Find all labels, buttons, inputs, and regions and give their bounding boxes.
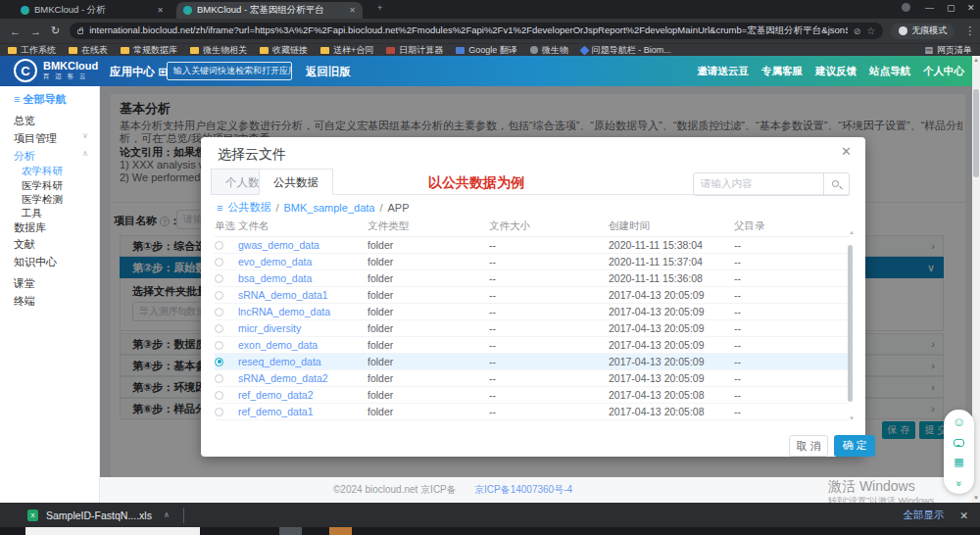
window-minimize-icon[interactable]: — <box>925 3 934 13</box>
table-row[interactable]: sRNA_demo_data1folder--2017-04-13 20:05:… <box>215 287 850 304</box>
bookmark-item[interactable]: 微生物相关 <box>190 44 247 57</box>
personal-center-link[interactable]: 个人中心 <box>923 65 964 78</box>
url-text[interactable]: international.biocloud.net/zh/iframe?url… <box>89 24 847 37</box>
radio-button[interactable] <box>215 408 223 416</box>
confirm-button[interactable]: 确 定 <box>834 435 875 457</box>
app-center-nav[interactable]: 应用中心 ⊞ <box>110 65 168 79</box>
collapse-double-chevron-icon[interactable]: » <box>954 481 964 487</box>
tab-public-data[interactable]: 公共数据 <box>259 169 333 195</box>
forward-icon[interactable]: → <box>30 25 41 37</box>
bookmark-item[interactable]: 收藏链接 <box>260 44 308 57</box>
download-filename[interactable]: SampleID-FastqN....xls <box>46 510 152 521</box>
header-search-input[interactable]: 输入关键词快速检索和打开应用 <box>167 62 292 80</box>
tab-close-icon[interactable]: ✕ <box>157 6 164 15</box>
radio-button[interactable] <box>215 258 223 267</box>
breadcrumb-bmk-sample-data[interactable]: BMK_sample_data <box>283 202 374 214</box>
bookmark-item[interactable]: Google 翻译 <box>456 44 517 57</box>
taskbar-app-button[interactable] <box>329 527 352 535</box>
file-name-link[interactable]: sRNA_demo_data2 <box>238 372 368 384</box>
scrollbar-thumb[interactable] <box>973 89 979 177</box>
radio-button[interactable] <box>215 324 223 333</box>
profile-icon[interactable] <box>902 3 910 12</box>
sidebar-item-knowledge[interactable]: 知识中心 <box>14 255 57 269</box>
table-row[interactable]: gwas_demo_datafolder--2020-11-11 15:38:0… <box>215 237 850 254</box>
file-name-link[interactable]: ref_demo_data1 <box>238 406 368 417</box>
radio-button[interactable] <box>215 341 223 350</box>
radio-button[interactable] <box>215 291 223 300</box>
bookmark-item[interactable]: 工作系统 <box>8 44 56 57</box>
file-name-link[interactable]: exon_demo_data <box>238 339 368 351</box>
old-version-button[interactable]: 返回旧版 <box>306 65 351 79</box>
chat-icon[interactable] <box>954 439 964 447</box>
table-row[interactable]: lncRNA_demo_datafolder--2017-04-13 20:05… <box>215 304 850 320</box>
file-name-link[interactable]: micr_diversity <box>238 322 368 334</box>
bookmark-star-icon[interactable]: ☆ <box>866 25 875 36</box>
reload-icon[interactable]: ↻ <box>51 24 60 37</box>
scrollbar-thumb[interactable] <box>848 245 853 402</box>
bookmark-item[interactable]: 问题导航栏 - Biom... <box>581 44 671 57</box>
table-scrollbar[interactable]: ▲ ▼ <box>848 237 854 423</box>
table-row[interactable]: bsa_demo_datafolder--2020-11-11 15:36:08… <box>215 270 850 287</box>
radio-button[interactable] <box>215 308 223 316</box>
reading-list-button[interactable]: ▤网页清单 <box>924 44 972 57</box>
file-name-link[interactable]: ref_demo_data2 <box>238 389 368 401</box>
download-bar-close-icon[interactable]: ✕ <box>959 510 968 521</box>
sidebar-item-med-research[interactable]: 医学科研 <box>22 179 63 193</box>
sidebar-item-overview[interactable]: 总览 <box>14 114 35 128</box>
table-row[interactable]: evo_demo_datafolder--2020-11-11 15:37:04… <box>215 254 850 270</box>
download-caret-icon[interactable]: ∧ <box>164 511 170 519</box>
sidebar-item-analysis[interactable]: 分析 <box>14 149 35 164</box>
qr-code-icon[interactable]: ▦ <box>954 456 963 468</box>
sidebar-item-tools[interactable]: 工具 <box>22 207 42 220</box>
file-name-link[interactable]: sRNA_demo_data1 <box>238 289 368 301</box>
service-smiley-icon[interactable]: ☺ <box>953 414 965 429</box>
window-close-icon[interactable]: ✕ <box>967 3 975 13</box>
radio-button[interactable] <box>215 374 223 383</box>
bookmark-item[interactable]: 日期计算器 <box>386 44 443 57</box>
table-row[interactable]: micr_diversityfolder--2017-04-13 20:05:0… <box>215 320 850 337</box>
radio-button[interactable] <box>215 274 223 283</box>
bookmark-item[interactable]: 送样+合同 <box>320 44 373 57</box>
file-name-link[interactable]: reseq_demo_data <box>238 356 368 367</box>
table-row[interactable]: exon_demo_datafolder--2017-04-13 20:05:0… <box>215 337 850 354</box>
sidebar-item-project-mgmt[interactable]: 项目管理 <box>14 131 57 146</box>
sidebar-item-classroom[interactable]: 课堂 <box>14 276 35 291</box>
table-row-selected[interactable]: reseq_demo_datafolder--2017-04-13 20:05:… <box>215 354 850 370</box>
sidebar-item-database[interactable]: 数据库 <box>14 220 46 235</box>
taskbar-app-button[interactable] <box>279 527 302 535</box>
back-icon[interactable]: ← <box>10 25 21 37</box>
icp-link[interactable]: 京ICP备14007360号-4 <box>474 483 572 497</box>
scroll-up-icon[interactable]: ▲ <box>848 229 856 235</box>
taskbar-window-preview[interactable] <box>25 527 200 535</box>
feedback-link[interactable]: 建议反馈 <box>815 65 857 78</box>
search-button[interactable] <box>823 173 849 195</box>
breadcrumb-public-data[interactable]: 公共数据 <box>227 200 270 215</box>
sidebar-item-agri-research[interactable]: 农学科研 <box>22 165 63 178</box>
support-link[interactable]: 专属客服 <box>761 65 803 78</box>
show-all-downloads-button[interactable]: 全部显示 <box>903 509 944 522</box>
tab-close-icon[interactable]: ✕ <box>349 6 356 15</box>
browser-tab-1[interactable]: BMKCloud - 分析 ✕ <box>14 2 171 19</box>
sitemap-link[interactable]: 站点导航 <box>869 65 910 78</box>
bookmark-item[interactable]: 常规数据库 <box>121 44 177 57</box>
bookmark-item[interactable]: 微生物 <box>530 44 568 57</box>
file-name-link[interactable]: gwas_demo_data <box>238 239 368 251</box>
dialog-close-icon[interactable]: ✕ <box>841 144 852 159</box>
menu-more-icon[interactable]: ⋮ <box>964 24 975 37</box>
scroll-down-icon[interactable]: ▼ <box>848 415 856 421</box>
scroll-up-icon[interactable]: ▲ <box>972 57 980 63</box>
table-row[interactable]: ref_demo_data2folder--2017-04-13 20:05:0… <box>215 387 850 404</box>
radio-button-selected[interactable] <box>215 358 223 366</box>
table-row[interactable]: sRNA_demo_data2folder--2017-04-13 20:05:… <box>215 370 850 387</box>
radio-button[interactable] <box>215 391 223 400</box>
file-name-link[interactable]: evo_demo_data <box>238 256 368 268</box>
sidebar-item-literature[interactable]: 文献 <box>14 237 35 252</box>
file-name-link[interactable]: bsa_demo_data <box>238 272 368 284</box>
eye-off-icon[interactable]: ⊘ <box>854 26 861 36</box>
browser-tab-2-active[interactable]: BMKCloud - 宏基因组分析平台 ✕ <box>176 2 363 19</box>
table-row[interactable]: ref_demo_data1folder--2017-04-13 20:05:0… <box>215 404 850 420</box>
sidebar-item-med-test[interactable]: 医学检测 <box>22 193 63 207</box>
bookmark-item[interactable]: 在线表 <box>69 44 108 57</box>
new-tab-icon[interactable]: + <box>377 3 382 13</box>
dialog-search-input[interactable]: 请输入内容 <box>694 177 823 191</box>
